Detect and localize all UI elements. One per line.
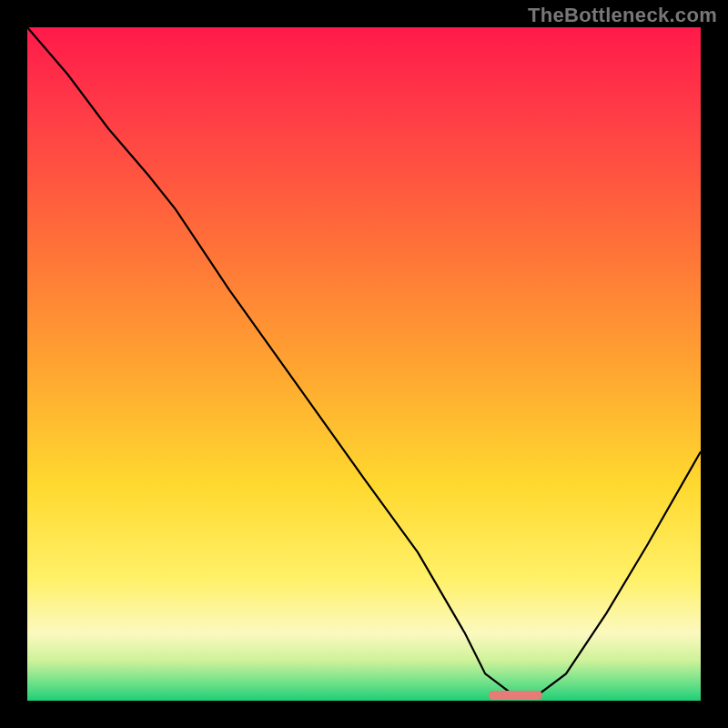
optimal-range-marker (489, 691, 542, 700)
chart-plot (0, 0, 728, 728)
chart-container: TheBottleneck.com (0, 0, 728, 728)
plot-background (27, 27, 701, 701)
